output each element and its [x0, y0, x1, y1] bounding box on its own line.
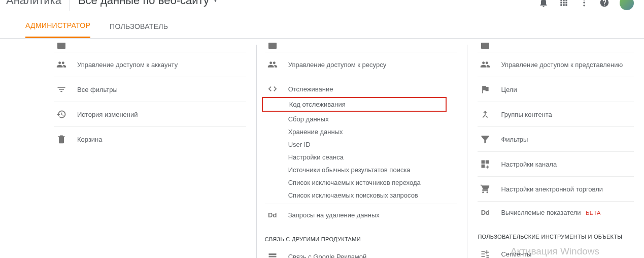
organic-sources-item[interactable]: Источники обычных результатов поиска [288, 164, 457, 176]
account-top-cut [54, 45, 246, 52]
view-access-item[interactable]: Управление доступом к представлению [478, 52, 634, 77]
channel-icon [478, 159, 493, 169]
funnel-icon [54, 84, 69, 94]
adwords-link-item[interactable]: Связь с Google Рекламой [265, 244, 457, 258]
product-links-section: СВЯЗЬ С ДРУГИМИ ПРОДУКТАМИ [265, 226, 457, 244]
account-access-item[interactable]: Управление доступом к аккаунту [54, 52, 246, 77]
user-id-item[interactable]: User ID [288, 138, 457, 151]
segments-item[interactable]: Сегменты [478, 242, 634, 258]
view-top-cut [478, 45, 634, 52]
cart-icon [478, 184, 493, 194]
calc-metrics-item[interactable]: Dd Вычисляемые показатели БЕТА [478, 201, 634, 223]
property-column: Управление доступом к ресурсу Отслеживан… [265, 45, 468, 258]
help-icon[interactable] [599, 0, 609, 9]
view-selector-label[interactable]: Все данные по веб-сайту [78, 0, 209, 7]
all-filters-label: Все фильтры [77, 86, 118, 93]
view-access-label: Управление доступом к представлению [501, 61, 623, 69]
ecommerce-label: Настройки электронной торговли [501, 185, 603, 193]
tracking-label: Отслеживание [288, 85, 333, 93]
vert-dots-icon[interactable] [579, 0, 589, 9]
channel-settings-label: Настройки канала [501, 160, 557, 168]
trash-label: Корзина [77, 136, 103, 143]
top-right-icons [538, 0, 634, 10]
tab-user[interactable]: ПОЛЬЗОВАТЕЛЬ [110, 22, 168, 38]
top-bar: Аналитика Все данные по веб-сайту ▼ [0, 0, 644, 14]
segments-label: Сегменты [501, 250, 531, 258]
subnav-tabs: АДМИНИСТРАТОР ПОЛЬЗОВАТЕЛЬ [0, 14, 644, 39]
tracking-code-item[interactable]: Код отслеживания [262, 97, 447, 112]
beta-badge: БЕТА [586, 210, 600, 216]
content-groups-label: Группы контента [501, 111, 552, 118]
channel-settings-item[interactable]: Настройки канала [478, 151, 634, 176]
vertical-divider [70, 0, 70, 11]
property-access-label: Управление доступом к ресурсу [288, 61, 386, 69]
goals-label: Цели [501, 86, 517, 93]
apps-icon[interactable] [559, 0, 569, 9]
svg-rect-3 [268, 253, 276, 255]
calc-metrics-label: Вычисляемые показатели БЕТА [501, 209, 600, 216]
change-history-item[interactable]: История изменений [54, 102, 246, 126]
view-column: Управление доступом к представлению Цели… [478, 45, 644, 258]
content-groups-item[interactable]: Группы контента [478, 102, 634, 126]
tab-admin[interactable]: АДМИНИСТРАТОР [25, 21, 90, 38]
property-top-cut [265, 45, 457, 52]
caret-down-icon[interactable]: ▼ [212, 0, 219, 4]
dd-icon: Dd [478, 209, 493, 216]
dd-icon: Dd [265, 211, 280, 219]
data-collection-item[interactable]: Сбор данных [288, 113, 457, 125]
tracking-code-label: Код отслеживания [289, 101, 346, 108]
search-term-exclusion-item[interactable]: Список исключаемых поисковых запросов [288, 189, 457, 202]
svg-point-2 [583, 5, 585, 6]
bell-icon[interactable] [538, 0, 549, 9]
svg-point-1 [583, 2, 585, 3]
history-icon [54, 109, 69, 119]
goals-item[interactable]: Цели [478, 77, 634, 102]
settings-icon [268, 43, 277, 49]
personal-tools-section: ПОЛЬЗОВАТЕЛЬСКИЕ ИНСТРУМЕНТЫ И ОБЪЕКТЫ [478, 223, 634, 242]
segments-icon [478, 249, 493, 258]
data-deletion-label: Запросы на удаление данных [288, 211, 380, 219]
avatar[interactable] [620, 0, 634, 10]
view-filters-label: Фильтры [501, 136, 528, 143]
referral-exclusion-item[interactable]: Список исключаемых источников перехода [288, 176, 457, 189]
all-filters-item[interactable]: Все фильтры [54, 77, 246, 102]
code-icon [265, 84, 280, 94]
tracking-item[interactable]: Отслеживание [265, 77, 457, 97]
funnel-icon [478, 134, 493, 144]
data-retention-item[interactable]: Хранение данных [288, 125, 457, 138]
svg-rect-4 [268, 256, 276, 257]
product-name: Аналитика [6, 0, 61, 7]
adwords-link-label: Связь с Google Рекламой [288, 253, 367, 259]
property-access-item[interactable]: Управление доступом к ресурсу [265, 52, 457, 77]
calc-metrics-text: Вычисляемые показатели [501, 209, 581, 216]
settings-icon [481, 43, 489, 49]
merge-icon [478, 109, 493, 119]
session-settings-item[interactable]: Настройки сеанса [288, 151, 457, 164]
ecommerce-item[interactable]: Настройки электронной торговли [478, 176, 634, 201]
tracking-sublist: Сбор данных Хранение данных User ID Наст… [265, 113, 457, 202]
account-access-label: Управление доступом к аккаунту [77, 61, 178, 69]
trash-item[interactable]: Корзина [54, 126, 246, 151]
people-icon [478, 59, 493, 70]
adwords-icon [265, 251, 280, 258]
view-filters-item[interactable]: Фильтры [478, 126, 634, 151]
people-icon [54, 59, 69, 70]
change-history-label: История изменений [77, 111, 138, 118]
people-icon [265, 59, 280, 70]
data-deletion-item[interactable]: Dd Запросы на удаление данных [265, 204, 457, 226]
settings-icon [57, 43, 65, 49]
trash-icon [54, 134, 69, 144]
flag-icon [478, 84, 493, 94]
admin-columns: Управление доступом к аккаунту Все фильт… [0, 39, 644, 258]
account-column: Управление доступом к аккаунту Все фильт… [54, 45, 257, 258]
